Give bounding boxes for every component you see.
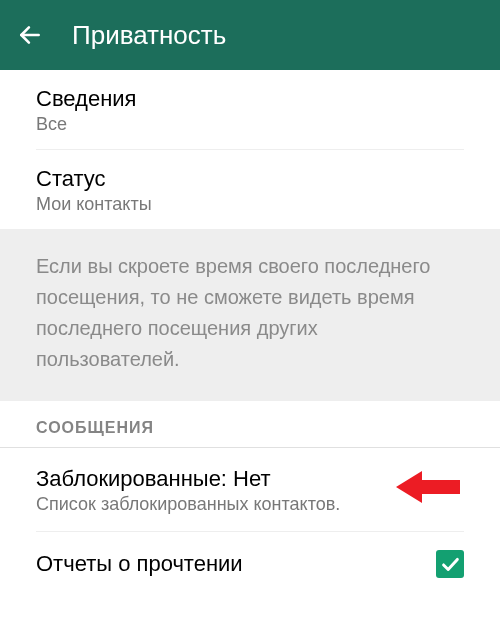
setting-status-title: Статус bbox=[36, 166, 464, 192]
setting-about-title: Сведения bbox=[36, 86, 464, 112]
setting-status[interactable]: Статус Мои контакты bbox=[0, 150, 500, 229]
setting-about[interactable]: Сведения Все bbox=[0, 70, 500, 149]
setting-status-value: Мои контакты bbox=[36, 194, 464, 215]
setting-blocked[interactable]: Заблокированные: Нет Список заблокирован… bbox=[0, 448, 500, 531]
section-header-messages: СООБЩЕНИЯ bbox=[0, 401, 500, 448]
page-title: Приватность bbox=[72, 20, 226, 51]
arrow-annotation-icon bbox=[396, 470, 460, 504]
info-text: Если вы скроете время своего последнего … bbox=[0, 229, 500, 401]
app-header: Приватность bbox=[0, 0, 500, 70]
back-icon[interactable] bbox=[16, 21, 44, 49]
setting-about-value: Все bbox=[36, 114, 464, 135]
setting-read-receipts[interactable]: Отчеты о прочтении bbox=[0, 532, 500, 596]
read-receipts-checkbox[interactable] bbox=[436, 550, 464, 578]
svg-marker-1 bbox=[396, 471, 460, 503]
read-receipts-label: Отчеты о прочтении bbox=[36, 551, 243, 577]
settings-content: Сведения Все Статус Мои контакты Если вы… bbox=[0, 70, 500, 596]
